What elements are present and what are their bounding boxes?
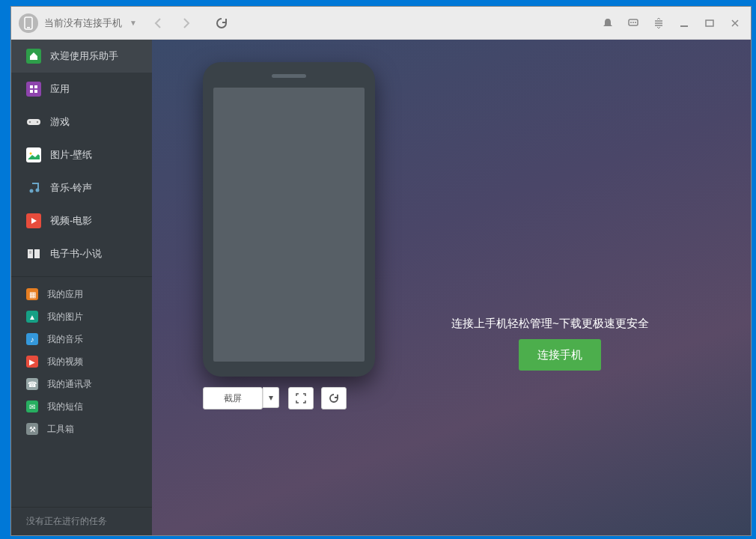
svg-rect-8: [30, 85, 33, 88]
connect-message: 连接上手机轻松管理~下载更极速更安全: [451, 317, 649, 331]
fullscreen-button[interactable]: [288, 387, 314, 409]
sidebar-item-welcome[interactable]: 欢迎使用乐助手: [11, 40, 152, 73]
forward-button[interactable]: [177, 15, 194, 31]
svg-rect-9: [34, 85, 37, 88]
sidebar-my-music[interactable]: ♪ 我的音乐: [11, 328, 152, 350]
sidebar-item-label: 我的应用: [47, 288, 83, 301]
sidebar-my-contacts[interactable]: ☎ 我的通讯录: [11, 373, 152, 395]
refresh-phone-button[interactable]: [321, 387, 347, 409]
titlebar: 当前没有连接手机 ▼: [11, 7, 751, 40]
sidebar-divider: [11, 276, 152, 277]
sidebar-item-label: 我的音乐: [47, 333, 83, 346]
app-window: 当前没有连接手机 ▼: [10, 6, 752, 536]
sidebar: 欢迎使用乐助手 应用 游戏 图片-壁纸: [11, 40, 152, 535]
sidebar-item-video[interactable]: 视频-电影: [11, 204, 152, 237]
connection-status-text: 当前没有连接手机: [44, 16, 122, 30]
svg-rect-1: [27, 27, 30, 28]
my-pictures-icon: ▲: [26, 311, 38, 323]
sidebar-item-label: 我的图片: [47, 311, 83, 323]
maximize-button[interactable]: [701, 15, 718, 31]
phone-status-icon[interactable]: [19, 13, 38, 33]
svg-point-13: [29, 121, 31, 123]
task-status-text: 没有正在进行的任务: [26, 515, 107, 528]
sidebar-item-label: 欢迎使用乐助手: [50, 49, 118, 63]
connect-phone-button[interactable]: 连接手机: [519, 339, 601, 371]
svg-rect-11: [34, 90, 37, 93]
svg-point-5: [635, 22, 636, 23]
sidebar-item-label: 我的短信: [47, 401, 83, 413]
phone-preview-frame: [203, 62, 375, 377]
sidebar-item-games[interactable]: 游戏: [11, 106, 152, 138]
main-panel: 截屏 ▾ 连接上手机轻松管理~下载更极速更安全 连接手机: [152, 40, 751, 535]
svg-point-16: [30, 153, 32, 155]
screenshot-dropdown-caret[interactable]: ▾: [263, 387, 279, 408]
sidebar-item-pictures[interactable]: 图片-壁纸: [11, 138, 152, 171]
svg-rect-20: [34, 249, 40, 258]
apps-icon: [26, 82, 41, 97]
svg-point-18: [36, 189, 40, 192]
sidebar-my-apps[interactable]: ▦ 我的应用: [11, 283, 152, 305]
task-status-footer: 没有正在进行的任务: [11, 507, 152, 535]
sidebar-my-pictures[interactable]: ▲ 我的图片: [11, 305, 152, 328]
sidebar-my-video[interactable]: ▶ 我的视频: [11, 350, 152, 373]
my-sms-icon: ✉: [26, 401, 38, 412]
video-icon: [26, 213, 41, 228]
body: 欢迎使用乐助手 应用 游戏 图片-壁纸: [11, 40, 751, 535]
my-apps-icon: ▦: [26, 288, 38, 300]
svg-rect-10: [30, 90, 33, 93]
connect-button-label: 连接手机: [537, 348, 582, 362]
sidebar-item-label: 游戏: [50, 115, 70, 129]
svg-rect-19: [28, 249, 33, 258]
sidebar-item-label: 图片-壁纸: [50, 148, 92, 162]
svg-rect-7: [706, 20, 713, 26]
feedback-icon[interactable]: [625, 15, 641, 31]
sidebar-item-apps[interactable]: 应用: [11, 73, 152, 106]
menu-icon[interactable]: [650, 15, 667, 31]
back-button[interactable]: [150, 15, 167, 31]
sidebar-item-label: 电子书-小说: [50, 247, 102, 261]
phone-controls: 截屏 ▾: [203, 387, 347, 409]
sidebar-my-sms[interactable]: ✉ 我的短信: [11, 395, 152, 418]
gamepad-icon: [26, 115, 41, 130]
toolbox-icon: ⚒: [26, 423, 38, 435]
svg-rect-12: [27, 119, 40, 125]
phone-preview-screen: [213, 88, 365, 362]
sidebar-item-label: 音乐-铃声: [50, 181, 92, 195]
screenshot-button[interactable]: 截屏 ▾: [203, 387, 263, 409]
sidebar-item-music[interactable]: 音乐-铃声: [11, 171, 152, 204]
close-button[interactable]: [727, 15, 743, 31]
device-dropdown-caret[interactable]: ▼: [129, 19, 137, 27]
sidebar-item-label: 我的视频: [47, 356, 83, 368]
sidebar-item-label: 应用: [50, 82, 70, 96]
sidebar-item-label: 视频-电影: [50, 214, 92, 228]
music-icon: [26, 180, 41, 195]
svg-point-4: [632, 22, 634, 23]
sidebar-toolbox[interactable]: ⚒ 工具箱: [11, 418, 152, 440]
svg-point-14: [37, 121, 38, 123]
sidebar-item-ebooks[interactable]: 电子书-小说: [11, 237, 152, 270]
my-music-icon: ♪: [26, 333, 38, 345]
my-video-icon: ▶: [26, 356, 38, 368]
book-icon: [26, 246, 41, 261]
minimize-button[interactable]: [676, 15, 692, 31]
notification-icon[interactable]: [600, 15, 616, 31]
home-icon: [26, 49, 41, 64]
screenshot-button-label: 截屏: [224, 392, 242, 405]
svg-point-3: [630, 22, 632, 23]
my-contacts-icon: ☎: [26, 378, 38, 390]
refresh-button[interactable]: [215, 16, 228, 30]
picture-icon: [26, 147, 41, 162]
sidebar-item-label: 我的通讯录: [47, 378, 92, 391]
sidebar-item-label: 工具箱: [47, 423, 74, 436]
svg-point-17: [30, 189, 34, 193]
